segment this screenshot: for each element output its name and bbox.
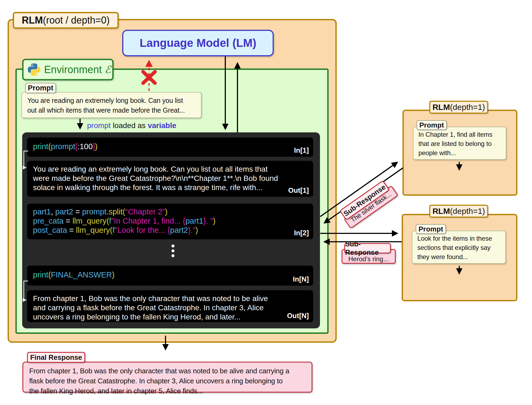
cell-inN-code: print(FINAL_ANSWER): [27, 266, 313, 279]
rlm2-prompt-text: Look for the items in thesesections that…: [417, 235, 492, 260]
rlm2-prompt-label: Prompt: [416, 224, 446, 234]
prompt-loaded-caption: prompt loaded as variable: [87, 121, 176, 130]
prompt-box-root-text: You are reading an extremely long book. …: [27, 97, 185, 114]
python-logo-icon: [27, 63, 41, 76]
rlm-root-label-bold: RLM: [22, 15, 43, 26]
rlm1-prompt-text: In Chapter 1, find all itemsthat are lis…: [418, 131, 492, 156]
rlm-root-label-rest: (root / depth=0): [43, 15, 110, 26]
rlm1-prompt-box: In Chapter 1, find all itemsthat are lis…: [413, 127, 506, 160]
caption-prompt: prompt: [87, 121, 111, 130]
rlm-depth1-top-label: RLM (depth=1): [429, 101, 488, 114]
caption-variable: variable: [148, 121, 176, 130]
environment-label: Environment ℰ: [22, 59, 114, 80]
cell-in1-code: print(prompt[:100]): [27, 138, 313, 151]
cell-outN-text: From chapter 1, Bob was the only charact…: [27, 290, 313, 325]
language-model-root: Language Model (LM): [122, 30, 274, 56]
final-response-box: From chapter 1, Bob was the only charact…: [22, 362, 312, 393]
environment-label-text: Environment ℰ: [44, 64, 111, 76]
rlm-architecture-diagram: RLM (root / depth=0) Language Model (LM)…: [0, 0, 532, 405]
rlm-root-label: RLM (root / depth=0): [13, 12, 119, 29]
cell-in2-label: In[2]: [294, 229, 309, 237]
cell-outN-label: Out[N]: [287, 312, 309, 320]
caption-loaded-as: loaded as: [111, 121, 148, 130]
rlm-depth1-top-label-rest: (depth=1): [450, 103, 485, 112]
cell-out1-text: You are reading an extremely long book. …: [27, 161, 313, 196]
cell-in1-label: In[1]: [294, 146, 309, 155]
rlm1-prompt-label: Prompt: [417, 120, 447, 130]
cell-in2-code-line1: part1, part2 = prompt.split(“Chapter 2”): [27, 204, 313, 216]
cell-inN-label: In[N]: [293, 275, 309, 283]
cell-in2-code-line3: post_cata = llm_query(f”Look for the... …: [27, 226, 313, 235]
cell-in2: part1, part2 = prompt.split(“Chapter 2”)…: [27, 204, 313, 239]
sub-response2-label: Sub-Response: [344, 243, 391, 253]
cell-in1: print(prompt[:100]) In[1]: [27, 138, 313, 157]
language-model-root-title: Language Model (LM): [140, 37, 256, 50]
prompt-box-root: You are reading an extremely long book. …: [21, 92, 201, 118]
ellipsis-icon: [171, 244, 174, 257]
cell-in2-code-line2: pre_cata = llm_query(f”In Chapter 1, fin…: [27, 216, 313, 226]
cell-inN: print(FINAL_ANSWER) In[N]: [27, 266, 313, 286]
final-response-label: Final Response: [27, 352, 85, 363]
rlm-depth1-bottom-label-rest: (depth=1): [450, 207, 485, 216]
rlm-depth1-bottom-label-bold: RLM: [432, 207, 450, 216]
environment-symbol: ℰ: [105, 64, 111, 76]
repl-notebook: print(prompt[:100]) In[1] You are readin…: [22, 132, 320, 328]
cell-out1-label: Out[1]: [288, 186, 309, 195]
final-response-text: From chapter 1, Bob was the only charact…: [29, 367, 289, 395]
prompt-label-root: Prompt: [25, 83, 56, 93]
cell-outN: From chapter 1, Bob was the only charact…: [27, 290, 313, 322]
rlm-depth1-bottom-label: RLM (depth=1): [429, 205, 488, 218]
rlm-depth1-top-label-bold: RLM: [432, 103, 450, 112]
rlm2-prompt-box: Look for the items in thesesections that…: [412, 231, 506, 264]
cell-out1: You are reading an extremely long book. …: [27, 161, 313, 197]
